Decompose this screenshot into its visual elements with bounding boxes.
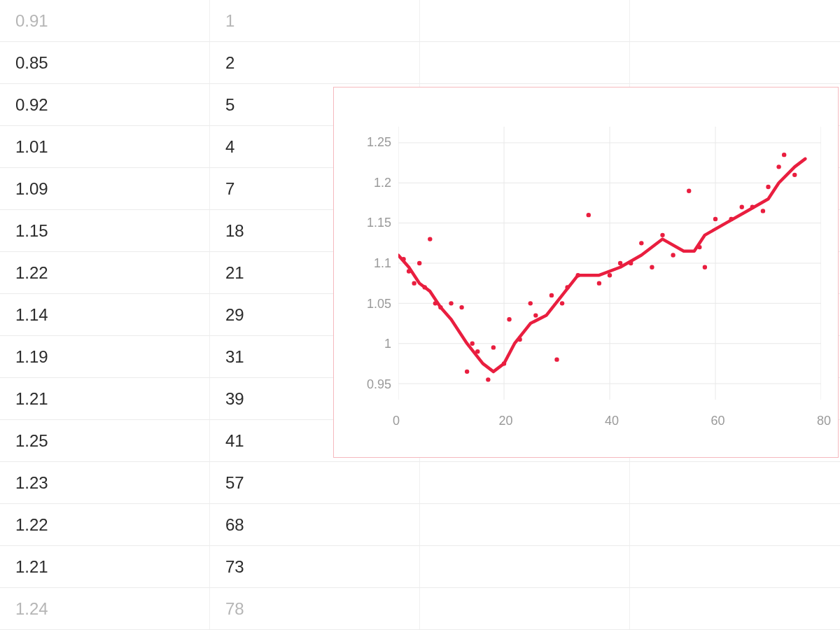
chart-x-tick-label: 20 — [499, 414, 513, 428]
table-cell[interactable]: 0.92 — [0, 84, 210, 125]
table-cell[interactable] — [420, 546, 630, 587]
table-cell[interactable]: 1.25 — [0, 420, 210, 461]
svg-point-14 — [412, 281, 416, 285]
table-cell[interactable]: 1.22 — [0, 504, 210, 545]
table-row[interactable]: 0.852 — [0, 42, 840, 84]
table-cell[interactable] — [630, 0, 840, 41]
svg-point-48 — [703, 265, 707, 270]
svg-point-44 — [660, 233, 664, 237]
chart-y-tick-label: 1 — [384, 337, 391, 351]
chart-y-tick-label: 1.2 — [374, 176, 391, 190]
table-cell[interactable]: 1.01 — [0, 126, 210, 167]
svg-point-33 — [554, 357, 559, 361]
svg-point-55 — [776, 164, 780, 169]
table-row[interactable]: 1.2478 — [0, 588, 840, 630]
svg-point-53 — [761, 209, 765, 213]
table-cell[interactable]: 1.23 — [0, 462, 210, 503]
svg-point-17 — [428, 237, 432, 241]
svg-point-34 — [560, 301, 564, 305]
svg-point-54 — [766, 185, 770, 189]
svg-point-22 — [465, 370, 469, 374]
chart-y-tick-label: 1.1 — [374, 256, 391, 271]
table-cell[interactable]: 1.09 — [0, 168, 210, 209]
chart-x-tick-label: 80 — [817, 414, 831, 428]
svg-point-49 — [713, 217, 718, 221]
svg-point-51 — [740, 205, 744, 209]
table-cell[interactable] — [420, 42, 630, 83]
chart-x-tick-label: 40 — [605, 414, 619, 428]
table-cell[interactable]: 1 — [210, 0, 420, 41]
svg-point-30 — [528, 301, 533, 305]
svg-point-13 — [407, 269, 411, 273]
table-cell[interactable]: 1.24 — [0, 588, 210, 629]
table-cell[interactable]: 73 — [210, 546, 420, 587]
table-cell[interactable] — [420, 462, 630, 503]
svg-point-52 — [750, 205, 755, 209]
chart-x-tick-label: 0 — [393, 414, 400, 428]
svg-point-37 — [587, 213, 591, 217]
table-row[interactable]: 0.911 — [0, 0, 840, 42]
table-cell[interactable]: 0.91 — [0, 0, 210, 41]
table-cell[interactable]: 1.14 — [0, 294, 210, 335]
table-cell[interactable]: 78 — [210, 588, 420, 629]
svg-point-15 — [417, 261, 421, 265]
table-row[interactable]: 1.2268 — [0, 504, 840, 546]
svg-point-47 — [697, 245, 701, 249]
svg-point-27 — [502, 361, 506, 365]
svg-point-40 — [618, 261, 622, 265]
svg-point-20 — [449, 301, 453, 305]
table-cell[interactable]: 57 — [210, 462, 420, 503]
table-cell[interactable]: 1.22 — [0, 252, 210, 293]
svg-point-19 — [438, 305, 442, 309]
svg-point-29 — [517, 337, 522, 342]
svg-point-57 — [792, 173, 797, 177]
table-cell[interactable] — [420, 504, 630, 545]
svg-point-50 — [729, 217, 733, 221]
svg-point-43 — [650, 265, 654, 270]
svg-point-12 — [401, 257, 405, 261]
table-cell[interactable]: 2 — [210, 42, 420, 83]
svg-point-24 — [475, 349, 479, 354]
table-cell[interactable] — [630, 504, 840, 545]
svg-point-31 — [533, 313, 538, 317]
chart-y-tick-label: 1.05 — [367, 297, 391, 312]
chart-plot-area — [398, 127, 821, 400]
svg-point-41 — [629, 261, 633, 265]
table-cell[interactable]: 1.21 — [0, 378, 210, 419]
svg-point-18 — [433, 301, 438, 305]
svg-point-26 — [491, 345, 496, 349]
svg-point-25 — [486, 377, 490, 382]
table-cell[interactable] — [630, 462, 840, 503]
svg-point-28 — [507, 317, 511, 321]
chart-card: 0.9511.051.11.151.21.25020406080 — [333, 87, 839, 458]
chart-y-tick-label: 1.25 — [367, 135, 391, 150]
svg-point-38 — [597, 281, 601, 285]
table-cell[interactable] — [630, 42, 840, 83]
svg-point-21 — [459, 305, 463, 309]
table-cell[interactable] — [420, 588, 630, 629]
svg-point-32 — [550, 293, 554, 298]
table-cell[interactable] — [630, 588, 840, 629]
svg-point-16 — [423, 285, 427, 289]
table-cell[interactable] — [420, 0, 630, 41]
table-cell[interactable]: 1.15 — [0, 210, 210, 251]
table-cell[interactable]: 1.19 — [0, 336, 210, 377]
svg-point-45 — [671, 253, 675, 257]
svg-point-23 — [470, 342, 475, 346]
table-row[interactable]: 1.2357 — [0, 462, 840, 504]
table-cell[interactable]: 1.21 — [0, 546, 210, 587]
table-row[interactable]: 1.2173 — [0, 546, 840, 588]
svg-point-42 — [639, 241, 643, 245]
chart-y-tick-label: 0.95 — [367, 377, 391, 392]
svg-point-36 — [576, 273, 580, 277]
table-cell[interactable]: 0.85 — [0, 42, 210, 83]
svg-point-39 — [608, 273, 612, 277]
table-cell[interactable] — [630, 546, 840, 587]
table-cell[interactable]: 68 — [210, 504, 420, 545]
chart-y-tick-label: 1.15 — [367, 216, 391, 230]
svg-point-56 — [782, 153, 786, 157]
svg-point-35 — [565, 285, 569, 289]
svg-point-46 — [687, 189, 691, 193]
chart-x-tick-label: 60 — [711, 414, 725, 428]
